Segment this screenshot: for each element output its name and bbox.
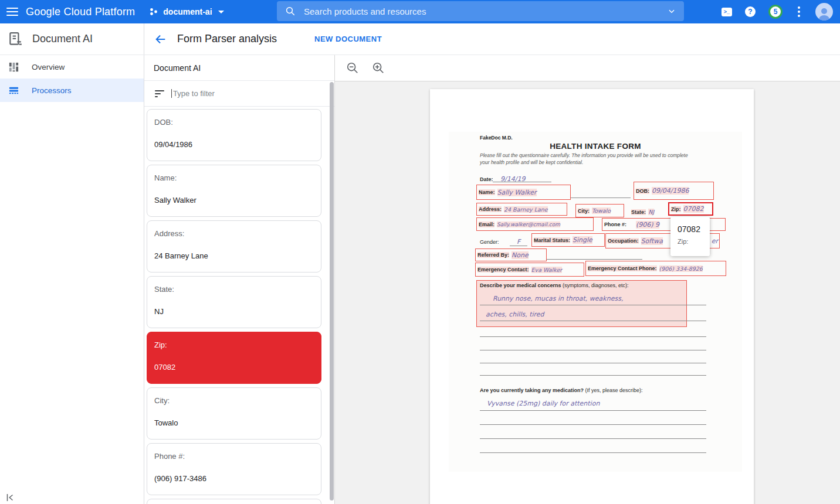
document-page[interactable]: FakeDoc M.D. HEALTH INTAKE FORM Please f… <box>430 89 754 504</box>
ruled-line <box>480 313 706 321</box>
concerns-question: Describe your medical concerns (symptoms… <box>480 282 629 288</box>
field-value: 09/04/1986 <box>154 140 314 149</box>
bbox-referred-by[interactable]: Referred By: None <box>475 248 547 261</box>
zoom-out-button[interactable] <box>346 61 360 75</box>
bbox-zip-selected[interactable]: Zip: 07082 <box>668 202 713 216</box>
search-input[interactable] <box>304 6 659 16</box>
account-avatar[interactable] <box>815 3 833 21</box>
gender-field: Gender: F <box>480 236 527 246</box>
field-label: Name: <box>154 173 314 182</box>
project-name: document-ai <box>163 7 212 16</box>
form-clinic-name: FakeDoc M.D. <box>480 135 513 141</box>
city-label: City: <box>578 208 590 214</box>
referred-value: None <box>512 251 529 259</box>
filter-icon <box>155 90 164 97</box>
email-value: Sally.walker@cmail.com <box>497 222 560 227</box>
page-header: Form Parser analysis NEW DOCUMENT <box>144 23 385 55</box>
address-label: Address: <box>479 206 502 212</box>
ruled-line <box>480 355 706 363</box>
left-sidebar: Overview Processors <box>0 55 144 504</box>
field-tooltip-zip: 07082 Zip: <box>670 217 710 256</box>
bbox-name[interactable]: Name: Sally Walker <box>476 185 571 200</box>
zip-value: 07082 <box>683 205 704 213</box>
notifications-badge[interactable]: 5 <box>768 5 783 19</box>
filter-row <box>144 81 334 107</box>
field-label: State: <box>154 285 314 294</box>
address-value: 24 Barney Lane <box>504 206 548 213</box>
document-preview-panel: FakeDoc M.D. HEALTH INTAKE FORM Please f… <box>335 55 840 504</box>
form-instructions-1: Please fill out the questionnaire carefu… <box>480 152 688 158</box>
collapse-sidebar-icon[interactable] <box>5 492 15 504</box>
state-field[interactable]: State: NJ <box>631 206 654 216</box>
field-value: Sally Walker <box>154 196 314 205</box>
field-card-dob[interactable]: DOB: 09/04/1986 <box>147 109 321 161</box>
ruled-line <box>480 431 706 439</box>
field-card-name[interactable]: Name: Sally Walker <box>147 165 321 217</box>
sidebar-item-label: Processors <box>32 86 72 95</box>
emergency-contact-label: Emergency Contact: <box>477 267 529 273</box>
field-card-address[interactable]: Address: 24 Barney Lane <box>147 220 321 273</box>
fields-scrollbar[interactable] <box>330 82 334 500</box>
field-card-state[interactable]: State: NJ <box>147 276 321 328</box>
gcp-document-ai-app: Google Cloud Platform document-ai >_ ? 5 <box>0 0 840 504</box>
help-icon[interactable]: ? <box>745 6 756 17</box>
bbox-marital-status[interactable]: Marital Status: Single <box>531 233 605 247</box>
medication-question-rest: (If yes, please describe): <box>584 387 643 393</box>
search-icon <box>285 6 296 16</box>
bbox-dob[interactable]: DOB: 09/04/1986 <box>634 182 714 200</box>
concerns-question-rest: (symptoms, diagnoses, etc): <box>561 282 629 288</box>
ruled-line <box>480 297 706 305</box>
panel-title: Document AI <box>144 55 334 81</box>
back-button[interactable] <box>144 33 177 46</box>
form-instructions-2: your health profile and will be kept con… <box>480 159 583 165</box>
emergency-phone-value: (906) 334-8926 <box>659 265 703 272</box>
bbox-emergency-contact[interactable]: Emergency Contact: Eva Walker <box>475 263 584 277</box>
field-card-city[interactable]: City: Towalo <box>147 387 321 440</box>
bbox-emergency-phone[interactable]: Emergency Contact Phone: (906) 334-8926 <box>585 261 726 276</box>
ruled-line <box>480 445 706 453</box>
top-navigation-bar: Google Cloud Platform document-ai >_ ? 5 <box>0 0 840 23</box>
referred-line <box>547 251 642 260</box>
bbox-city[interactable]: City: Towalo <box>575 204 624 217</box>
scrollbar-thumb[interactable] <box>330 82 334 500</box>
name-line <box>571 190 631 198</box>
field-card-zip-selected[interactable]: Zip: 07082 <box>147 332 321 384</box>
sidebar-item-label: Overview <box>32 63 65 71</box>
tooltip-value: 07082 <box>678 224 710 234</box>
sidebar-item-processors[interactable]: Processors <box>0 79 144 102</box>
new-document-button[interactable]: NEW DOCUMENT <box>311 30 385 48</box>
bbox-email[interactable]: Email: Sally.walker@cmail.com <box>476 217 594 231</box>
bbox-address[interactable]: Address: 24 Barney Lane <box>476 203 567 216</box>
field-card-partial[interactable] <box>147 499 321 504</box>
menu-icon[interactable] <box>0 0 26 23</box>
cloud-shell-icon[interactable]: >_ <box>722 8 732 16</box>
more-options-icon[interactable] <box>795 6 802 17</box>
arrow-left-icon <box>154 33 167 46</box>
preview-canvas[interactable]: FakeDoc M.D. HEALTH INTAKE FORM Please f… <box>335 81 840 504</box>
scanned-form: FakeDoc M.D. HEALTH INTAKE FORM Please f… <box>449 132 742 472</box>
phone-label: Phone #: <box>604 222 626 227</box>
marital-label: Marital Status: <box>534 237 570 243</box>
gender-label: Gender: <box>480 239 499 245</box>
chevron-down-icon[interactable] <box>668 7 676 15</box>
state-label: State: <box>631 209 646 215</box>
project-icon <box>149 7 158 16</box>
sidebar-item-overview[interactable]: Overview <box>0 55 144 79</box>
field-card-phone[interactable]: Phone #: (906) 917-3486 <box>147 443 321 495</box>
referred-label: Referred By: <box>477 252 509 258</box>
caret-down-icon <box>218 11 224 13</box>
field-label: Phone #: <box>154 452 314 461</box>
zoom-in-button[interactable] <box>371 61 385 75</box>
preview-toolbar <box>335 55 840 81</box>
project-selector[interactable]: document-ai <box>149 7 223 16</box>
field-value: Towalo <box>154 418 314 427</box>
occupation-value: Softwa <box>641 237 663 245</box>
topbar-actions: >_ ? 5 <box>722 0 840 23</box>
gender-value: F <box>510 238 527 246</box>
medication-question-bold: Are you currently taking any medication? <box>480 387 584 393</box>
brand-logo[interactable]: Google Cloud Platform <box>26 6 135 18</box>
search-bar[interactable] <box>277 1 684 21</box>
document-ai-logo <box>8 32 23 47</box>
filter-input[interactable] <box>171 89 300 98</box>
form-title: HEALTH INTAKE FORM <box>449 142 742 151</box>
